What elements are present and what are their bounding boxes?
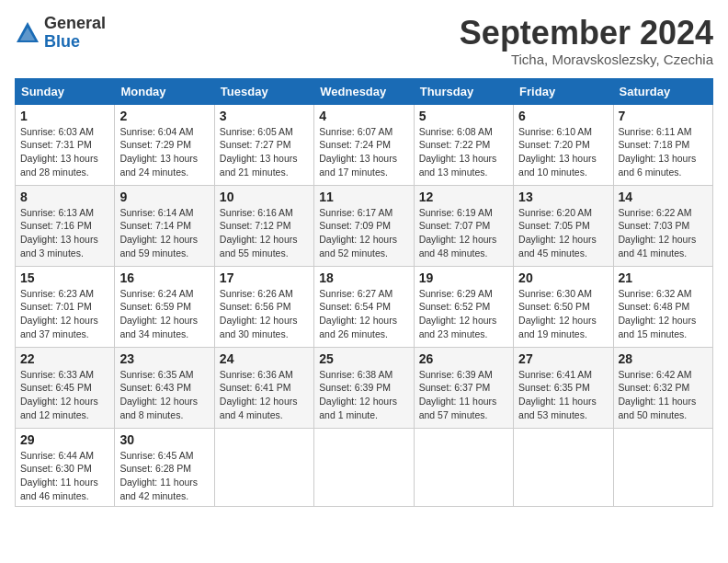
day-12: 12 Sunrise: 6:19 AMSunset: 7:07 PMDaylig…: [414, 185, 513, 266]
title-block: September 2024 Ticha, Moravskoslezsky, C…: [460, 15, 713, 67]
day-30: 30 Sunrise: 6:45 AMSunset: 6:28 PMDaylig…: [115, 428, 214, 507]
day-16: 16 Sunrise: 6:24 AMSunset: 6:59 PMDaylig…: [115, 266, 214, 347]
day-8: 8 Sunrise: 6:13 AMSunset: 7:16 PMDayligh…: [16, 185, 115, 266]
day-22: 22 Sunrise: 6:33 AMSunset: 6:45 PMDaylig…: [16, 347, 115, 428]
header-tuesday: Tuesday: [214, 78, 313, 104]
day-1: 1 Sunrise: 6:03 AMSunset: 7:31 PMDayligh…: [16, 104, 115, 185]
day-20: 20 Sunrise: 6:30 AMSunset: 6:50 PMDaylig…: [514, 266, 613, 347]
week-row-5: 29 Sunrise: 6:44 AMSunset: 6:30 PMDaylig…: [16, 428, 713, 507]
header-monday: Monday: [115, 78, 214, 104]
week-row-2: 8 Sunrise: 6:13 AMSunset: 7:16 PMDayligh…: [16, 185, 713, 266]
day-27: 27 Sunrise: 6:41 AMSunset: 6:35 PMDaylig…: [514, 347, 613, 428]
empty-cell-2: [314, 428, 414, 507]
day-17: 17 Sunrise: 6:26 AMSunset: 6:56 PMDaylig…: [214, 266, 313, 347]
day-13: 13 Sunrise: 6:20 AMSunset: 7:05 PMDaylig…: [514, 185, 613, 266]
header-thursday: Thursday: [414, 78, 513, 104]
day-23: 23 Sunrise: 6:35 AMSunset: 6:43 PMDaylig…: [115, 347, 214, 428]
day-21: 21 Sunrise: 6:32 AMSunset: 6:48 PMDaylig…: [613, 266, 712, 347]
day-9: 9 Sunrise: 6:14 AMSunset: 7:14 PMDayligh…: [115, 185, 214, 266]
calendar-table: Sunday Monday Tuesday Wednesday Thursday…: [15, 78, 713, 508]
header-wednesday: Wednesday: [314, 78, 414, 104]
logo-blue-text: Blue: [44, 33, 106, 52]
day-15: 15 Sunrise: 6:23 AMSunset: 7:01 PMDaylig…: [16, 266, 115, 347]
empty-cell-5: [613, 428, 712, 507]
empty-cell-1: [214, 428, 313, 507]
logo-general-text: General: [44, 15, 106, 33]
day-14: 14 Sunrise: 6:22 AMSunset: 7:03 PMDaylig…: [613, 185, 712, 266]
logo: General Blue: [15, 15, 106, 52]
header-friday: Friday: [514, 78, 613, 104]
day-26: 26 Sunrise: 6:39 AMSunset: 6:37 PMDaylig…: [414, 347, 513, 428]
empty-cell-3: [414, 428, 513, 507]
week-row-1: 1 Sunrise: 6:03 AMSunset: 7:31 PMDayligh…: [16, 104, 713, 185]
day-24: 24 Sunrise: 6:36 AMSunset: 6:41 PMDaylig…: [214, 347, 313, 428]
weekday-header-row: Sunday Monday Tuesday Wednesday Thursday…: [16, 78, 713, 104]
logo-icon: [15, 20, 40, 46]
day-28: 28 Sunrise: 6:42 AMSunset: 6:32 PMDaylig…: [613, 347, 712, 428]
day-5: 5 Sunrise: 6:08 AMSunset: 7:22 PMDayligh…: [414, 104, 513, 185]
header-sunday: Sunday: [16, 78, 115, 104]
week-row-4: 22 Sunrise: 6:33 AMSunset: 6:45 PMDaylig…: [16, 347, 713, 428]
month-title: September 2024: [460, 15, 713, 52]
page-header: General Blue September 2024 Ticha, Morav…: [15, 15, 713, 67]
day-18: 18 Sunrise: 6:27 AMSunset: 6:54 PMDaylig…: [314, 266, 414, 347]
day-3: 3 Sunrise: 6:05 AMSunset: 7:27 PMDayligh…: [214, 104, 313, 185]
header-saturday: Saturday: [613, 78, 712, 104]
location-text: Ticha, Moravskoslezsky, Czechia: [460, 52, 713, 67]
day-25: 25 Sunrise: 6:38 AMSunset: 6:39 PMDaylig…: [314, 347, 414, 428]
week-row-3: 15 Sunrise: 6:23 AMSunset: 7:01 PMDaylig…: [16, 266, 713, 347]
day-4: 4 Sunrise: 6:07 AMSunset: 7:24 PMDayligh…: [314, 104, 414, 185]
day-10: 10 Sunrise: 6:16 AMSunset: 7:12 PMDaylig…: [214, 185, 313, 266]
day-29: 29 Sunrise: 6:44 AMSunset: 6:30 PMDaylig…: [16, 428, 115, 507]
day-19: 19 Sunrise: 6:29 AMSunset: 6:52 PMDaylig…: [414, 266, 513, 347]
empty-cell-4: [514, 428, 613, 507]
day-2: 2 Sunrise: 6:04 AMSunset: 7:29 PMDayligh…: [115, 104, 214, 185]
day-11: 11 Sunrise: 6:17 AMSunset: 7:09 PMDaylig…: [314, 185, 414, 266]
day-6: 6 Sunrise: 6:10 AMSunset: 7:20 PMDayligh…: [514, 104, 613, 185]
day-7: 7 Sunrise: 6:11 AMSunset: 7:18 PMDayligh…: [613, 104, 712, 185]
